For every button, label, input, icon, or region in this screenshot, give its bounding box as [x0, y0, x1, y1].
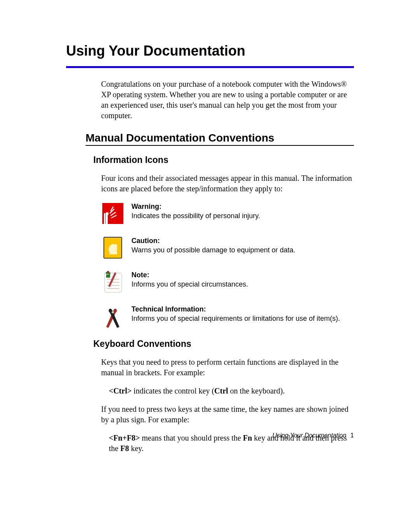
icon-item-technical: Technical Information: Informs you of sp…: [101, 304, 354, 328]
icon-desc: Indicates the possibility of personal in…: [131, 212, 260, 220]
svg-rect-16: [106, 275, 110, 278]
text: means that you should press the: [140, 434, 243, 442]
keyboard-p2: <Ctrl> indicates the control key (Ctrl o…: [109, 386, 354, 396]
title-rule: [66, 66, 354, 68]
icon-item-note: Note: Informs you of special circumstanc…: [101, 270, 354, 294]
technical-icon: [101, 304, 124, 328]
document-page: Using Your Documentation Congratulations…: [0, 0, 420, 509]
page-title: Using Your Documentation: [66, 43, 354, 59]
icon-text: Technical Information: Informs you of sp…: [131, 304, 340, 324]
svg-rect-3: [106, 212, 108, 215]
footer-label: Using Your Documentation: [273, 432, 346, 439]
icon-item-caution: Caution: Warns you of possible damage to…: [101, 236, 354, 259]
key-ctrl-label: Ctrl: [214, 387, 228, 395]
text: on the keyboard).: [228, 387, 285, 395]
icon-desc: Informs you of special circumstances.: [131, 280, 248, 288]
text: indicates the control key (: [131, 387, 214, 395]
svg-rect-1: [104, 213, 105, 224]
section-heading: Manual Documentation Conventions: [86, 132, 354, 144]
info-icons-heading: Information Icons: [93, 155, 354, 165]
keyboard-p3: If you need to press two keys at the sam…: [101, 404, 354, 425]
svg-point-19: [107, 271, 109, 273]
icon-text: Warning: Indicates the possibility of pe…: [131, 202, 260, 221]
warning-icon: [101, 202, 124, 225]
info-icons-intro: Four icons and their associated messages…: [101, 173, 354, 194]
caution-icon: [101, 236, 124, 259]
text: key.: [129, 444, 144, 453]
icon-text: Note: Informs you of special circumstanc…: [131, 270, 248, 289]
key-ctrl: <Ctrl>: [109, 387, 131, 395]
icon-label: Warning:: [131, 203, 161, 210]
key-fn-f8: <Fn+F8>: [109, 434, 140, 442]
icon-desc: Warns you of possible damage to equipmen…: [131, 246, 296, 254]
icon-text: Caution: Warns you of possible damage to…: [131, 236, 296, 255]
key-f8: F8: [120, 444, 129, 453]
icon-item-warning: Warning: Indicates the possibility of pe…: [101, 202, 354, 225]
svg-rect-10: [109, 251, 117, 254]
keyboard-p1: Keys that you need to press to perform c…: [101, 357, 354, 378]
svg-rect-9: [115, 244, 117, 251]
svg-point-20: [112, 311, 114, 313]
svg-rect-2: [106, 215, 108, 224]
key-fn: Fn: [243, 434, 252, 442]
section-rule: [86, 145, 354, 146]
keyboard-heading: Keyboard Conventions: [93, 339, 354, 349]
intro-paragraph: Congratulations on your purchase of a no…: [101, 79, 354, 121]
page-number: 1: [350, 432, 354, 439]
icon-label: Caution:: [131, 237, 160, 245]
svg-rect-0: [102, 203, 123, 224]
icon-label: Note:: [131, 271, 149, 279]
icon-desc: Informs you of special requirements or l…: [131, 315, 340, 322]
page-footer: Using Your Documentation 1: [273, 432, 354, 439]
icon-label: Technical Information:: [131, 305, 206, 313]
note-icon: [101, 270, 124, 294]
